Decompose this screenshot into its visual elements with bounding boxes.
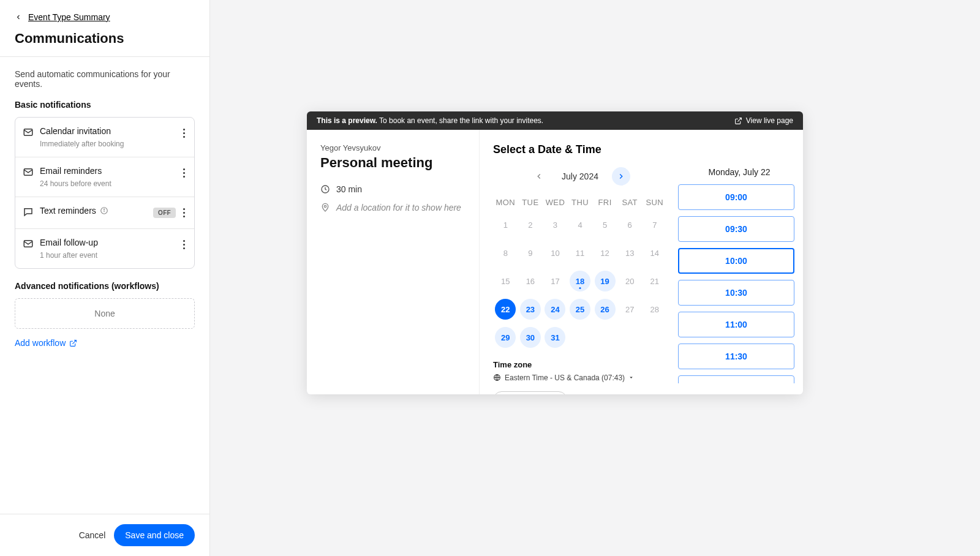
time-slot[interactable]: 09:30 (678, 216, 794, 242)
calendar-day: 1 (495, 214, 516, 235)
preview-card: This is a preview. To book an event, sha… (307, 111, 803, 394)
notification-title: Email reminders (40, 166, 173, 176)
notification-title: Text reminders (40, 206, 147, 216)
envelope-icon (23, 238, 34, 249)
back-link[interactable]: Event Type Summary (15, 12, 195, 22)
view-live-label: View live page (746, 116, 793, 125)
calendar-day: 28 (644, 299, 665, 320)
calendar-day[interactable]: 30 (520, 327, 541, 348)
duration-value: 30 min (336, 184, 362, 194)
calendar-grid: MONTUEWEDTHUFRISATSUN1234567891011121314… (493, 194, 667, 351)
chevron-left-icon (15, 13, 22, 21)
event-title: Personal meeting (320, 155, 466, 171)
notification-row[interactable]: Text remindersOFF (15, 197, 194, 229)
back-link-text[interactable]: Event Type Summary (28, 12, 110, 22)
calendar-day: 11 (570, 242, 590, 263)
svg-marker-11 (630, 377, 633, 378)
time-slot[interactable]: 11:30 (678, 344, 794, 369)
notification-subtitle: Immediately after booking (40, 140, 173, 148)
calendar-day[interactable]: 26 (595, 299, 616, 320)
preview-banner-rest: To book an event, share the link with yo… (377, 116, 543, 125)
kebab-menu[interactable] (179, 238, 187, 252)
calendar-day: 15 (495, 271, 516, 291)
view-live-link[interactable]: View live page (734, 116, 793, 125)
kebab-menu[interactable] (179, 126, 187, 140)
calendar-day: 8 (495, 242, 516, 263)
time-slot[interactable]: 10:30 (678, 280, 794, 306)
calendar-day: 10 (545, 242, 565, 263)
calendar-day: 4 (570, 214, 590, 235)
info-icon[interactable] (100, 206, 108, 215)
calendar-day: 14 (644, 242, 665, 263)
svg-line-6 (73, 340, 77, 344)
off-badge: OFF (153, 208, 176, 218)
time-slot[interactable]: 11:00 (678, 312, 794, 337)
intro-text: Send automatic communications for your e… (15, 69, 195, 89)
external-link-icon (69, 339, 77, 347)
weekday-label: TUE (518, 194, 543, 211)
envelope-icon (23, 167, 34, 178)
duration-row: 30 min (320, 184, 466, 194)
advanced-notifications-label: Advanced notifications (workflows) (15, 281, 195, 291)
kebab-menu[interactable] (179, 166, 187, 180)
calendar-month-label: July 2024 (562, 171, 598, 181)
cancel-button[interactable]: Cancel (79, 530, 106, 540)
sidebar-header: Event Type Summary Communications (0, 0, 209, 56)
calendar-day: 9 (520, 242, 541, 263)
notification-subtitle: 24 hours before event (40, 179, 173, 188)
add-workflow-label: Add workflow (15, 338, 66, 348)
calendar-day[interactable]: 22 (495, 299, 516, 320)
select-date-title: Select a Date & Time (493, 143, 801, 156)
preview-body: Yegor Yevsyukov Personal meeting 30 min … (307, 130, 803, 394)
timezone-label: Time zone (493, 360, 667, 369)
clock-icon (320, 184, 330, 194)
sidebar: Event Type Summary Communications Send a… (0, 0, 210, 556)
add-workflow-link[interactable]: Add workflow (15, 338, 77, 348)
main-area: This is a preview. To book an event, sha… (210, 0, 980, 556)
calendar-day[interactable]: 23 (520, 299, 541, 320)
notification-list: Calendar invitationImmediately after boo… (15, 117, 195, 269)
sidebar-body: Send automatic communications for your e… (0, 57, 209, 556)
weekday-label: SUN (642, 194, 667, 211)
notification-subtitle: 1 hour after event (40, 251, 173, 260)
time-slot[interactable]: 09:00 (678, 184, 794, 210)
calendar-next-button[interactable] (612, 167, 630, 186)
weekday-label: THU (568, 194, 593, 211)
notification-row[interactable]: Email reminders24 hours before event (15, 157, 194, 197)
calendar-day[interactable]: 31 (545, 327, 565, 348)
caret-down-icon (628, 375, 634, 380)
calendar-day: 17 (545, 271, 565, 291)
globe-icon (493, 374, 501, 381)
preview-left: Yegor Yevsyukov Personal meeting 30 min … (307, 130, 480, 394)
right-columns: July 2024 MONTUEWEDTHUFRISATSUN123456789… (493, 167, 801, 383)
save-button[interactable]: Save and close (114, 524, 195, 546)
page-title: Communications (15, 31, 195, 47)
calendar-day[interactable]: 25 (570, 299, 590, 320)
notification-row[interactable]: Email follow-up1 hour after event (15, 229, 194, 268)
calendar-prev-button[interactable] (530, 167, 548, 186)
timezone-selector[interactable]: Eastern Time - US & Canada (07:43) (493, 374, 634, 382)
basic-notifications-label: Basic notifications (15, 100, 195, 110)
svg-point-4 (104, 209, 104, 209)
time-slot[interactable]: 10:00 (678, 248, 794, 274)
calendar-day[interactable]: 19 (595, 271, 616, 291)
calendar-day: 27 (619, 299, 640, 320)
calendar-day[interactable]: 18 (570, 271, 590, 291)
time-slot-list[interactable]: 09:0009:3010:0010:3011:0011:3012:00 (678, 184, 801, 383)
workflow-empty: None (15, 298, 195, 329)
troubleshoot-button[interactable]: Troubleshoot (493, 391, 567, 394)
time-slot[interactable]: 12:00 (678, 375, 794, 383)
calendar-day: 12 (595, 242, 616, 263)
calendar-day: 6 (619, 214, 640, 235)
selected-date-label: Monday, July 22 (678, 167, 801, 177)
external-link-icon (734, 117, 742, 125)
kebab-menu[interactable] (179, 206, 187, 220)
timezone-value: Eastern Time - US & Canada (07:43) (505, 374, 625, 382)
calendar-day[interactable]: 24 (545, 299, 565, 320)
calendar-day[interactable]: 29 (495, 327, 516, 348)
calendar-day: 5 (595, 214, 616, 235)
host-name: Yegor Yevsyukov (320, 143, 466, 152)
sidebar-footer: Cancel Save and close (0, 514, 209, 556)
calendar-header: July 2024 (493, 167, 667, 186)
notification-row[interactable]: Calendar invitationImmediately after boo… (15, 118, 194, 157)
